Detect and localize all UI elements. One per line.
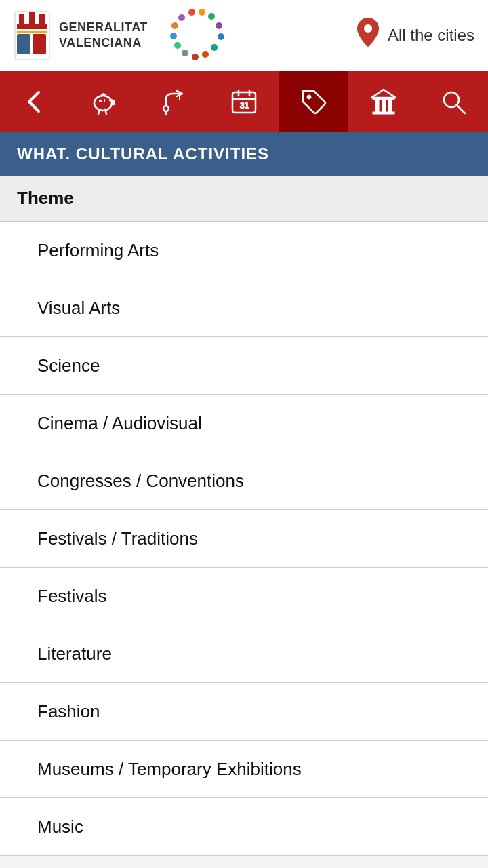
location-pin-icon (355, 18, 381, 54)
list-item[interactable]: Cinema / Audiovisual (0, 395, 488, 452)
svg-point-15 (192, 54, 199, 60)
svg-point-21 (364, 24, 372, 33)
svg-point-22 (94, 96, 112, 111)
svg-point-23 (100, 100, 102, 102)
svg-rect-6 (17, 34, 30, 54)
section-title: WHAT. CULTURAL ACTIVITIES (17, 144, 269, 163)
svg-point-19 (171, 22, 178, 29)
route-button[interactable] (140, 71, 209, 132)
budget-button[interactable] (70, 71, 140, 132)
list-item[interactable]: Festivals (0, 568, 488, 625)
svg-point-10 (208, 13, 215, 20)
svg-rect-7 (33, 34, 46, 54)
svg-rect-38 (382, 100, 385, 112)
list-item[interactable]: Visual Arts (0, 279, 488, 337)
list-item-label: Festivals (37, 586, 107, 607)
list-item-label: Science (37, 355, 100, 376)
list-item-label: Literature (37, 644, 112, 665)
list-item[interactable]: Literature (0, 625, 488, 683)
svg-point-12 (218, 33, 224, 40)
theme-header: Theme (0, 176, 488, 222)
svg-rect-37 (375, 100, 379, 112)
svg-point-14 (202, 51, 209, 58)
svg-point-33 (307, 95, 311, 99)
list-item-label: Visual Arts (37, 298, 120, 319)
svg-point-11 (216, 22, 222, 29)
list-item[interactable]: Performing Arts (0, 222, 488, 279)
svg-rect-39 (388, 100, 392, 112)
city-label: All the cities (388, 26, 474, 45)
search-button[interactable] (418, 71, 488, 132)
decorative-dots (168, 7, 226, 64)
section-header: WHAT. CULTURAL ACTIVITIES (0, 132, 488, 176)
list-item-label: Festivals / Traditions (37, 528, 198, 549)
list-item-label: Fashion (37, 701, 100, 722)
back-button[interactable] (0, 71, 70, 132)
svg-point-9 (199, 9, 205, 16)
logo-area: GENERALITAT VALENCIANA (14, 10, 148, 61)
svg-line-41 (457, 105, 465, 113)
museum-button[interactable] (348, 71, 418, 132)
list-item[interactable]: Music (0, 798, 488, 856)
theme-title: Theme (17, 188, 74, 208)
svg-rect-5 (17, 31, 47, 33)
list-item[interactable]: Congresses / Conventions (0, 452, 488, 510)
city-selector[interactable]: All the cities (355, 18, 474, 54)
list-item-label: Congresses / Conventions (37, 471, 244, 492)
svg-point-8 (188, 9, 195, 16)
svg-point-16 (182, 50, 188, 56)
svg-point-17 (174, 42, 181, 49)
list-item[interactable]: Festivals / Traditions (0, 510, 488, 568)
svg-text:31: 31 (240, 101, 249, 111)
list-item-label: Music (37, 816, 83, 837)
svg-rect-4 (17, 24, 47, 29)
list-item[interactable]: Science (0, 337, 488, 395)
tag-button[interactable] (279, 71, 348, 132)
svg-marker-34 (371, 90, 396, 98)
svg-point-13 (211, 44, 218, 51)
main-toolbar: 31 (0, 71, 488, 132)
calendar-button[interactable]: 31 (209, 71, 279, 132)
list-item-label: Museums / Temporary Exhibitions (37, 759, 302, 780)
gv-logo-icon (14, 10, 51, 61)
list-item[interactable]: Fashion (0, 683, 488, 741)
app-header: GENERALITAT VALENCIANA (0, 0, 488, 71)
list-item[interactable]: Museums / Temporary Exhibitions (0, 741, 488, 798)
logo-text: GENERALITAT VALENCIANA (59, 20, 148, 52)
svg-point-18 (170, 33, 177, 39)
list-item-label: Performing Arts (37, 240, 159, 261)
category-list: Performing ArtsVisual ArtsScienceCinema … (0, 222, 488, 856)
svg-point-20 (178, 14, 185, 21)
list-item-label: Cinema / Audiovisual (37, 413, 202, 434)
